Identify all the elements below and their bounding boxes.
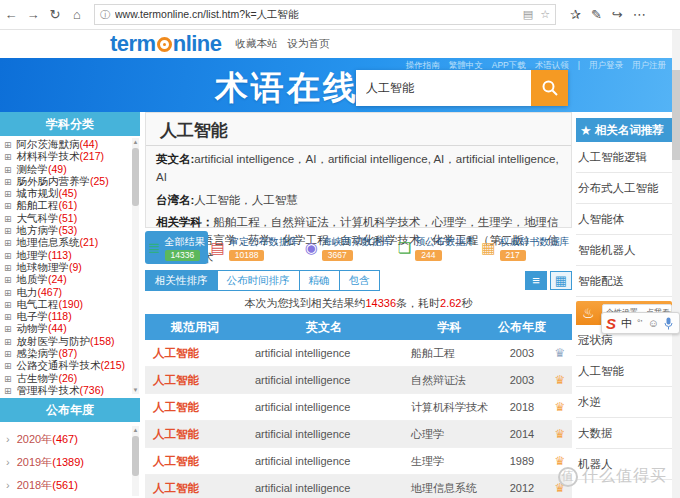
expand-icon[interactable]: ⊞ bbox=[4, 349, 12, 359]
year-item[interactable]: › 2019年(1389) bbox=[6, 451, 140, 474]
subject-item[interactable]: ⊞ 地理信息系统(21) bbox=[4, 236, 140, 248]
banner-nav-link[interactable]: 用户登录 bbox=[589, 60, 623, 72]
subject-item[interactable]: ⊞ 阿尔茨海默病(44) bbox=[4, 138, 140, 150]
year-item[interactable]: › 2018年(561) bbox=[6, 474, 140, 497]
banner-nav-link[interactable]: | bbox=[578, 60, 580, 72]
forward-icon[interactable]: → bbox=[22, 7, 44, 22]
database-tab[interactable]: ▤ 审定公布数据库 10188 bbox=[208, 231, 302, 264]
address-bar[interactable]: ⓘ www.termonline.cn/list.htm?k=人工智能 ▤ ☆ bbox=[94, 4, 556, 25]
database-tab[interactable]: ≣ 全部结果 14336 bbox=[145, 231, 208, 264]
recommend-item[interactable]: 智能机器人 bbox=[576, 235, 672, 266]
hub-icon[interactable]: ✰ bbox=[570, 7, 581, 22]
expand-icon[interactable]: ⊞ bbox=[4, 374, 12, 384]
recommend-item[interactable]: 分布式人工智能 bbox=[576, 173, 672, 204]
more-menu-icon[interactable]: ⋯ bbox=[633, 7, 646, 22]
termonline-logo[interactable]: term nline bbox=[110, 33, 222, 55]
expand-icon[interactable]: ⊞ bbox=[4, 324, 12, 334]
subject-item[interactable]: ⊞ 古生物学(26) bbox=[4, 372, 140, 384]
emoji-icon[interactable]: ☺ bbox=[648, 317, 659, 329]
header-link[interactable]: 设为首页 bbox=[288, 37, 330, 51]
subject-item[interactable]: ⊞ 地质学(24) bbox=[4, 273, 140, 285]
term-link[interactable]: 人工智能 bbox=[145, 454, 245, 469]
page-scrollbar[interactable] bbox=[672, 30, 680, 498]
ime-language-toggle[interactable]: 中 bbox=[621, 316, 632, 331]
subject-item[interactable]: ⊞ 电力(467) bbox=[4, 286, 140, 298]
banner-nav-link[interactable]: 用户注册 bbox=[632, 60, 666, 72]
scroll-up-icon[interactable]: ▲ bbox=[132, 138, 139, 146]
recommend-item[interactable]: 人智能体 bbox=[576, 204, 672, 235]
grid-view-icon[interactable]: ▦ bbox=[550, 271, 572, 290]
year-scroll-thumb[interactable] bbox=[132, 436, 139, 476]
sort-button[interactable]: 包含 bbox=[339, 270, 380, 291]
favorite-star-icon[interactable]: ☆ bbox=[540, 8, 550, 21]
sort-button[interactable]: 公布时间排序 bbox=[217, 270, 300, 291]
hot-word-item[interactable]: 大数据 bbox=[576, 418, 672, 449]
table-row[interactable]: 人工智能 artificial intelligence 心理学 2014 ♛ bbox=[145, 421, 572, 448]
expand-icon[interactable]: ⊞ bbox=[4, 275, 12, 285]
subject-item[interactable]: ⊞ 地方病学(53) bbox=[4, 224, 140, 236]
reading-view-icon[interactable]: ▤ bbox=[523, 8, 533, 21]
expand-icon[interactable]: ⊞ bbox=[4, 226, 12, 236]
ime-punctuation-toggle[interactable]: °’ bbox=[637, 318, 643, 328]
term-link[interactable]: 人工智能 bbox=[145, 481, 245, 496]
subject-item[interactable]: ⊞ 地理学(113) bbox=[4, 249, 140, 261]
subject-item[interactable]: ⊞ 测绘学(49) bbox=[4, 163, 140, 175]
url-text[interactable]: www.termonline.cn/list.htm?k=人工智能 bbox=[115, 8, 516, 22]
table-row[interactable]: 人工智能 artificial intelligence 计算机科学技术 201… bbox=[145, 394, 572, 421]
subject-item[interactable]: ⊞ 放射医学与防护(158) bbox=[4, 335, 140, 347]
expand-icon[interactable]: ⊞ bbox=[4, 337, 12, 347]
expand-icon[interactable]: ⊞ bbox=[4, 263, 12, 273]
microphone-icon[interactable] bbox=[664, 317, 673, 330]
term-link[interactable]: 人工智能 bbox=[145, 427, 245, 442]
year-scroll-up-icon[interactable]: ▲ bbox=[132, 426, 139, 434]
table-row[interactable]: 人工智能 artificial intelligence 自然辩证法 2003 … bbox=[145, 367, 572, 394]
database-tab[interactable]: ❏ 预公布数据库 244 bbox=[395, 231, 478, 264]
site-info-icon[interactable]: ⓘ bbox=[100, 8, 110, 22]
header-link[interactable]: 收藏本站 bbox=[236, 37, 278, 51]
hot-word-item[interactable]: 人工智能 bbox=[576, 356, 672, 387]
page-scroll-thumb[interactable] bbox=[672, 70, 680, 160]
expand-icon[interactable]: ⊞ bbox=[4, 386, 12, 396]
subject-item[interactable]: ⊞ 城市规划(45) bbox=[4, 187, 140, 199]
subject-item[interactable]: ⊞ 管理科学技术(736) bbox=[4, 384, 140, 396]
expand-icon[interactable]: ⊞ bbox=[4, 140, 12, 150]
expand-icon[interactable]: ⊞ bbox=[4, 152, 12, 162]
back-icon[interactable]: ← bbox=[0, 7, 22, 22]
expand-icon[interactable]: ⊞ bbox=[4, 214, 12, 224]
subject-item[interactable]: ⊞ 电子学(118) bbox=[4, 310, 140, 322]
expand-icon[interactable]: ⊞ bbox=[4, 300, 12, 310]
table-row[interactable]: 人工智能 artificial intelligence 生理学 1989 ♛ bbox=[145, 448, 572, 475]
subject-item[interactable]: ⊞ 感染病学(87) bbox=[4, 347, 140, 359]
subject-item[interactable]: ⊞ 船舶工程(61) bbox=[4, 199, 140, 211]
refresh-icon[interactable]: ↻ bbox=[44, 7, 66, 22]
subject-item[interactable]: ⊞ 大气科学(51) bbox=[4, 212, 140, 224]
expand-icon[interactable]: ⊞ bbox=[4, 288, 12, 298]
sort-button[interactable]: 相关性排序 bbox=[145, 270, 218, 291]
expand-icon[interactable]: ⊞ bbox=[4, 177, 12, 187]
subject-item[interactable]: ⊞ 肠外肠内营养学(25) bbox=[4, 175, 140, 187]
recommend-item[interactable]: 智能配送 bbox=[576, 266, 672, 297]
home-icon[interactable]: ⌂ bbox=[66, 7, 88, 22]
list-view-icon[interactable]: ≡ bbox=[525, 271, 547, 290]
subject-item[interactable]: ⊞ 电气工程(190) bbox=[4, 298, 140, 310]
subject-scroll-thumb[interactable] bbox=[132, 148, 139, 206]
subject-item[interactable]: ⊞ 公路交通科学技术(215) bbox=[4, 359, 140, 371]
expand-icon[interactable]: ⊞ bbox=[4, 312, 12, 322]
term-link[interactable]: 人工智能 bbox=[145, 400, 245, 415]
year-item[interactable]: › 2020年(467) bbox=[6, 428, 140, 451]
sort-button[interactable]: 精确 bbox=[299, 270, 340, 291]
expand-icon[interactable]: ⊞ bbox=[4, 251, 12, 261]
sogou-logo-icon[interactable]: S bbox=[606, 315, 616, 332]
share-icon[interactable]: ↪ bbox=[612, 7, 623, 22]
expand-icon[interactable]: ⊞ bbox=[4, 361, 12, 371]
database-tab[interactable]: ▦ 权威辞书数据库 217 bbox=[478, 231, 572, 264]
subject-item[interactable]: ⊞ 材料科学技术(217) bbox=[4, 150, 140, 162]
scroll-down-icon[interactable]: ▼ bbox=[132, 386, 139, 394]
subject-item[interactable]: ⊞ 动物学(44) bbox=[4, 322, 140, 334]
web-note-pen-icon[interactable]: ✎ bbox=[591, 7, 602, 22]
table-row[interactable]: 人工智能 artificial intelligence 船舶工程 2003 ♛ bbox=[145, 340, 572, 367]
term-link[interactable]: 人工智能 bbox=[145, 373, 245, 388]
hot-word-item[interactable]: 水逆 bbox=[576, 387, 672, 418]
subject-item[interactable]: ⊞ 地球物理学(9) bbox=[4, 261, 140, 273]
expand-icon[interactable]: ⊞ bbox=[4, 201, 12, 211]
